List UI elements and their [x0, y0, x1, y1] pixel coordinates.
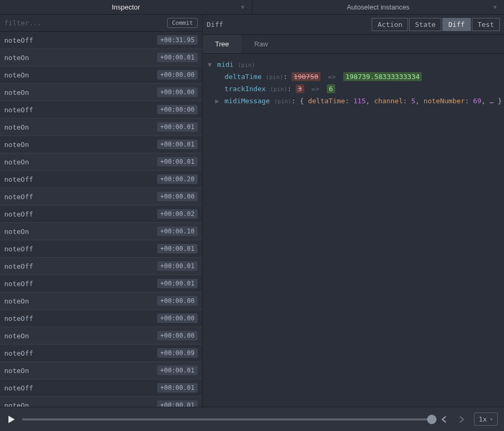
event-row[interactable]: noteOff+00:31.95: [0, 32, 202, 49]
event-row[interactable]: noteOn+00:00.00: [0, 292, 202, 310]
diff-old-value: 198750: [292, 72, 321, 81]
event-name: noteOn: [4, 141, 29, 149]
tab-label: Inspector: [112, 3, 140, 11]
event-name: noteOff: [4, 280, 33, 288]
tree-key: trackIndex: [225, 85, 266, 93]
view-tab-action[interactable]: Action: [372, 18, 408, 31]
speed-value: 1x: [479, 415, 487, 423]
event-name: noteOff: [4, 262, 33, 270]
event-row[interactable]: noteOff+00:00.00: [0, 188, 202, 205]
event-row[interactable]: noteOff+00:00.02: [0, 205, 202, 223]
collapse-arrow-icon[interactable]: ▼: [208, 59, 213, 71]
event-row[interactable]: noteOn+00:00.01: [0, 153, 202, 171]
event-time: +00:00.01: [157, 157, 198, 166]
event-time: +00:00.01: [157, 383, 198, 393]
event-row[interactable]: noteOff+00:00.09: [0, 345, 202, 362]
player-bar: 1x ▼: [0, 407, 504, 431]
event-row[interactable]: noteOff+00:00.01: [0, 275, 202, 292]
pin-label[interactable]: (pin): [266, 74, 283, 81]
chevron-down-icon[interactable]: ▼: [492, 4, 498, 10]
tree-line-midimessage[interactable]: ▶ midiMessage (pin): { deltaTime: 115, c…: [208, 95, 499, 107]
event-time: +00:00.01: [157, 279, 198, 288]
commit-button[interactable]: Commit: [167, 18, 198, 28]
event-row[interactable]: noteOn+00:00.00: [0, 327, 202, 345]
tree-root[interactable]: ▼ midi (pin): [208, 59, 499, 71]
tree-line-deltatime[interactable]: deltaTime (pin): 198750 => 198739.583333…: [208, 71, 499, 83]
event-row[interactable]: noteOn+00:00.01: [0, 49, 202, 66]
event-time: +00:00.01: [157, 140, 198, 149]
timeline-slider[interactable]: [22, 418, 432, 420]
tree-content: ▼ midi (pin) deltaTime (pin): 198750 => …: [202, 54, 504, 407]
event-time: +00:31.95: [157, 35, 198, 45]
event-row[interactable]: noteOn+00:00.00: [0, 84, 202, 101]
play-button[interactable]: [6, 415, 16, 424]
pin-label[interactable]: (pin): [274, 98, 292, 105]
main-content: Commit noteOff+00:31.95noteOn+00:00.01no…: [0, 15, 504, 407]
event-name: noteOff: [4, 349, 33, 357]
tab-inspector[interactable]: Inspector ▼: [0, 0, 253, 14]
event-time: +00:00:00: [157, 105, 198, 114]
view-tab-state[interactable]: State: [409, 18, 441, 31]
event-name: noteOff: [4, 36, 33, 44]
diff-header: Diff ActionStateDiffTest: [202, 15, 504, 35]
view-tabs: ActionStateDiffTest: [372, 18, 500, 31]
event-row[interactable]: noteOn+00:00.10: [0, 223, 202, 240]
step-back-button[interactable]: [438, 416, 450, 423]
diff-panel: Diff ActionStateDiffTest TreeRaw ▼ midi …: [202, 15, 504, 407]
event-name: noteOff: [4, 245, 33, 253]
event-name: noteOff: [4, 193, 33, 201]
event-name: noteOn: [4, 332, 29, 340]
view-tab-test[interactable]: Test: [472, 18, 500, 31]
event-name: noteOff: [4, 315, 33, 322]
slider-thumb[interactable]: [427, 415, 437, 424]
tab-label: Autoselect instances: [347, 3, 410, 11]
expand-arrow-icon[interactable]: ▶: [215, 95, 220, 107]
event-name: noteOn: [4, 71, 29, 79]
event-name: noteOn: [4, 54, 29, 62]
event-row[interactable]: noteOn+00:00.01: [0, 119, 202, 136]
event-row[interactable]: noteOff+00:00.20: [0, 171, 202, 188]
sub-tab-raw[interactable]: Raw: [241, 35, 280, 53]
event-row[interactable]: noteOff+00:00.00: [0, 310, 202, 327]
event-time: +00:00.00: [157, 87, 198, 97]
event-row[interactable]: noteOn+00:00.01: [0, 136, 202, 153]
event-name: noteOff: [4, 210, 33, 218]
tree-key: deltaTime: [225, 73, 261, 81]
step-forward-button[interactable]: [456, 416, 468, 423]
event-row[interactable]: noteOff+00:00.01: [0, 258, 202, 275]
event-time: +00:00.00: [157, 331, 198, 340]
event-row[interactable]: noteOff+00:00.01: [0, 379, 202, 397]
speed-select[interactable]: 1x ▼: [474, 413, 498, 426]
diff-arrow-icon: =>: [328, 73, 336, 81]
diff-old-value: 3: [296, 84, 304, 93]
sub-tab-tree[interactable]: Tree: [202, 35, 241, 53]
event-time: +00:00.01: [157, 400, 198, 407]
diff-arrow-icon: =>: [311, 85, 319, 93]
event-list[interactable]: noteOff+00:31.95noteOn+00:00.01noteOn+00…: [0, 32, 202, 407]
event-time: +00:00.02: [157, 209, 198, 219]
event-row[interactable]: noteOn+00:00.01: [0, 362, 202, 379]
event-name: noteOff: [4, 384, 33, 392]
event-time: +00:00.01: [157, 122, 198, 132]
event-row[interactable]: noteOff+00:00:00: [0, 101, 202, 119]
pin-label[interactable]: (pin): [238, 62, 255, 68]
object-preview: { deltaTime: 115, channel: 5, noteNumber…: [300, 97, 502, 105]
view-tab-diff[interactable]: Diff: [442, 18, 470, 31]
event-time: +00:00.09: [157, 348, 198, 358]
tree-line-trackindex[interactable]: trackIndex (pin): 3 => 6: [208, 83, 499, 95]
tab-autoselect[interactable]: Autoselect instances ▼: [253, 0, 505, 14]
diff-new-value: 198739.58333333334: [343, 72, 422, 81]
chevron-down-icon: ▼: [490, 417, 493, 422]
tree-key: midi: [217, 61, 234, 68]
filter-input[interactable]: [4, 19, 163, 27]
event-row[interactable]: noteOn+00:00.00: [0, 66, 202, 84]
event-row[interactable]: noteOff+00:00.01: [0, 240, 202, 258]
event-row[interactable]: noteOn+00:00.01: [0, 397, 202, 407]
event-name: noteOff: [4, 106, 33, 114]
event-name: noteOn: [4, 89, 29, 96]
event-name: noteOn: [4, 367, 29, 375]
event-time: +00:00.01: [157, 244, 198, 253]
pin-label[interactable]: (pin): [270, 86, 287, 93]
chevron-down-icon[interactable]: ▼: [240, 4, 246, 10]
sub-tabs: TreeRaw: [202, 35, 504, 54]
